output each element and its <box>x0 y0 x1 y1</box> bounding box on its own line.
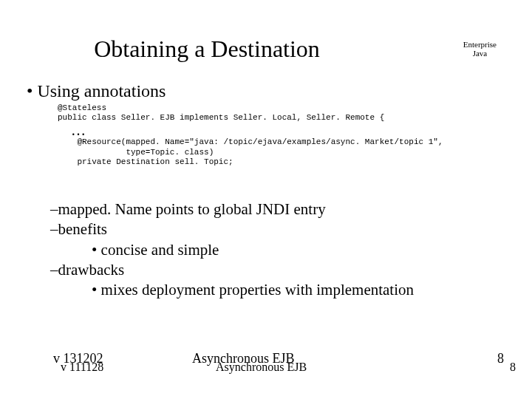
item-concise: concise and simple <box>92 240 414 260</box>
item-mixes: mixes deployment properties with impleme… <box>92 280 414 300</box>
slide: Obtaining a Destination Enterprise Java … <box>0 0 532 399</box>
footer: v 131202 v 111128 Asynchronous EJB Async… <box>0 349 532 378</box>
code-block: @Stateless public class Seller. EJB impl… <box>58 103 443 167</box>
corner-line-2: Java <box>473 49 488 58</box>
item-benefits: benefits <box>50 219 414 239</box>
version-secondary: v 111128 <box>61 361 103 374</box>
bullet-using-annotations: • Using annotations <box>27 81 166 101</box>
item-mixes-text: mixes deployment properties with impleme… <box>101 281 414 299</box>
code-line-2: public class Seller. EJB implements Sell… <box>58 113 384 122</box>
code-line-1: @Stateless <box>58 103 106 112</box>
footer-title-secondary: Asynchronous EJB <box>216 361 307 374</box>
code-line-5: private Destination sell. Topic; <box>58 157 233 166</box>
item-mapped-name-text: mapped. Name points to global JNDI entry <box>58 200 326 218</box>
code-ellipsis: … <box>71 123 443 137</box>
item-mapped-name: mapped. Name points to global JNDI entry <box>50 200 414 219</box>
body-list: mapped. Name points to global JNDI entry… <box>50 200 414 300</box>
item-drawbacks-text: drawbacks <box>58 261 125 279</box>
page-number-primary: 8 <box>497 351 504 366</box>
slide-title: Obtaining a Destination <box>0 35 414 63</box>
item-drawbacks: drawbacks <box>50 260 414 280</box>
code-line-4: type=Topic. class) <box>58 148 214 157</box>
item-concise-text: concise and simple <box>101 241 219 259</box>
corner-label: Enterprise Java <box>463 40 497 58</box>
corner-line-1: Enterprise <box>463 40 497 49</box>
page-number-secondary: 8 <box>510 361 516 374</box>
code-line-3: @Resource(mapped. Name="java: /topic/eja… <box>58 137 443 146</box>
item-benefits-text: benefits <box>58 220 107 238</box>
